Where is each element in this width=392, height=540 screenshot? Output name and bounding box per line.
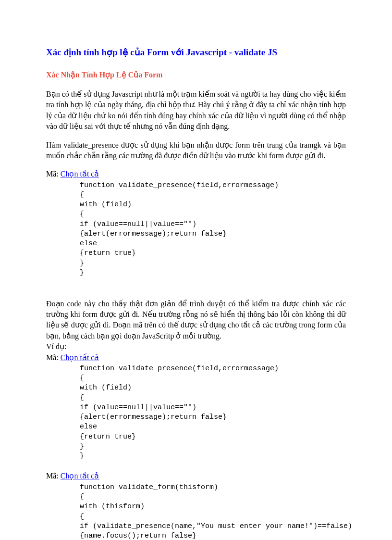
- code-section-1: Mã: Chọn tất cả function validate_presen…: [46, 169, 346, 278]
- article-subtitle: Xác Nhận Tính Hợp Lệ Của Form: [46, 70, 346, 80]
- code-block-1: function validate_presence(field,errorme…: [80, 181, 346, 278]
- paragraph-2: Hàm validate_presence được sử dụng khi b…: [46, 140, 346, 162]
- article-title-link[interactable]: Xác định tính hợp lệ của Form với Javasc…: [46, 46, 346, 59]
- paragraph-1: Bạn có thể sử dụng Javascript như là một…: [46, 89, 346, 132]
- code-section-3: Mã: Chọn tất cả function validate_form(t…: [46, 471, 346, 540]
- code-label: Mã:: [46, 170, 61, 178]
- select-all-link-2[interactable]: Chọn tất cả: [61, 353, 99, 362]
- paragraph-3: Đoạn code này cho thấy thật đơn giản để …: [46, 299, 346, 342]
- select-all-link-3[interactable]: Chọn tất cả: [61, 472, 99, 480]
- example-label: Ví dụ:: [46, 341, 346, 352]
- code-block-3: function validate_form(thisform) { with …: [80, 483, 346, 540]
- code-block-2: function validate_presence(field,errorme…: [80, 364, 346, 462]
- code-label: Mã:: [46, 353, 61, 362]
- code-label: Mã:: [46, 472, 61, 480]
- code-section-2: Mã: Chọn tất cả function validate_presen…: [46, 352, 346, 462]
- select-all-link-1[interactable]: Chọn tất cả: [61, 170, 99, 178]
